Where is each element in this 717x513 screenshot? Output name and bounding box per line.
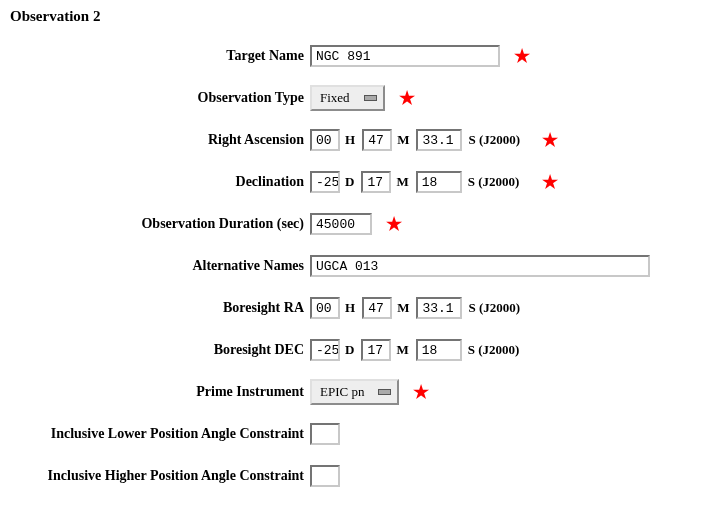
ilpac-input[interactable] [310,423,340,445]
label-duration: Observation Duration (sec) [10,216,310,232]
obs-type-value: Fixed [320,90,350,106]
required-star-icon: ★ [542,173,558,191]
label-ra: Right Ascension [10,132,310,148]
bore-dec-m-input[interactable]: 17 [361,339,391,361]
bore-ra-h-input[interactable]: 00 [310,297,340,319]
row-bore-dec: Boresight DEC -25 D 17 M 18 S (J2000) [10,337,707,363]
suffix-j2000: S (J2000) [466,132,528,148]
label-obs-type: Observation Type [10,90,310,106]
dec-s-input[interactable]: 18 [416,171,462,193]
bore-ra-m-input[interactable]: 47 [362,297,392,319]
unit-M: M [396,132,412,148]
label-ilpac: Inclusive Lower Position Angle Constrain… [10,426,310,442]
unit-M: M [395,174,411,190]
label-bore-ra: Boresight RA [10,300,310,316]
row-bore-ra: Boresight RA 00 H 47 M 33.1 S (J2000) [10,295,707,321]
obs-type-select[interactable]: Fixed [310,85,385,111]
page-title: Observation 2 [10,8,707,25]
dec-d-input[interactable]: -25 [310,171,340,193]
bore-dec-d-input[interactable]: -25 [310,339,340,361]
suffix-j2000: S (J2000) [466,174,528,190]
row-target-name: Target Name NGC 891 ★ [10,43,707,69]
row-ihpac: Inclusive Higher Position Angle Constrai… [10,463,707,489]
label-target-name: Target Name [10,48,310,64]
bore-dec-s-input[interactable]: 18 [416,339,462,361]
row-duration: Observation Duration (sec) 45000 ★ [10,211,707,237]
label-ihpac: Inclusive Higher Position Angle Constrai… [10,468,310,484]
unit-D: D [344,174,357,190]
unit-D: D [344,342,357,358]
label-alt-names: Alternative Names [10,258,310,274]
duration-input[interactable]: 45000 [310,213,372,235]
target-name-input[interactable]: NGC 891 [310,45,500,67]
required-star-icon: ★ [514,47,530,65]
required-star-icon: ★ [386,215,402,233]
bore-ra-s-input[interactable]: 33.1 [416,297,462,319]
row-alt-names: Alternative Names UGCA 013 [10,253,707,279]
alt-names-input[interactable]: UGCA 013 [310,255,650,277]
required-star-icon: ★ [542,131,558,149]
dropdown-icon [378,389,391,395]
ihpac-input[interactable] [310,465,340,487]
row-dec: Declination -25 D 17 M 18 S (J2000) ★ [10,169,707,195]
row-prime-instr: Prime Instrument EPIC pn ★ [10,379,707,405]
row-ilpac: Inclusive Lower Position Angle Constrain… [10,421,707,447]
ra-s-input[interactable]: 33.1 [416,129,462,151]
unit-H: H [344,132,358,148]
suffix-j2000: S (J2000) [466,300,528,316]
prime-instr-select[interactable]: EPIC pn [310,379,399,405]
required-star-icon: ★ [413,383,429,401]
label-prime-instr: Prime Instrument [10,384,310,400]
prime-instr-value: EPIC pn [320,384,364,400]
ra-h-input[interactable]: 00 [310,129,340,151]
unit-M: M [395,342,411,358]
label-bore-dec: Boresight DEC [10,342,310,358]
dropdown-icon [364,95,377,101]
ra-m-input[interactable]: 47 [362,129,392,151]
row-obs-type: Observation Type Fixed ★ [10,85,707,111]
required-star-icon: ★ [399,89,415,107]
dec-m-input[interactable]: 17 [361,171,391,193]
suffix-j2000: S (J2000) [466,342,528,358]
unit-H: H [344,300,358,316]
label-dec: Declination [10,174,310,190]
unit-M: M [396,300,412,316]
row-ra: Right Ascension 00 H 47 M 33.1 S (J2000)… [10,127,707,153]
